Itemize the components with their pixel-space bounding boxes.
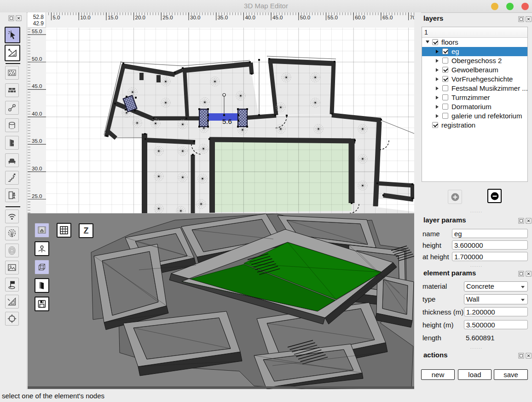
layer-visibility-checkbox[interactable] xyxy=(442,67,448,73)
layer-row-festsaal-musikzimmer-[interactable]: Festsaal Musikzimmer ... xyxy=(422,84,527,93)
layer-visibility-checkbox[interactable] xyxy=(442,104,448,110)
zoom-button[interactable] xyxy=(506,3,514,10)
floorplan-canvas[interactable]: 5.6 xyxy=(46,28,414,213)
chevron-down-icon[interactable] xyxy=(426,41,429,43)
beacon-tool-button[interactable] xyxy=(5,227,19,240)
layer-visibility-checkbox[interactable] xyxy=(442,58,448,64)
float-icon[interactable] xyxy=(518,352,524,358)
wall-brick-tool-button[interactable] xyxy=(5,83,19,97)
thickness-m--field[interactable] xyxy=(464,307,528,316)
layer-visibility-checkbox[interactable] xyxy=(442,48,448,54)
at-height-field[interactable] xyxy=(452,252,528,261)
door-view-button[interactable] xyxy=(35,278,49,293)
minus-icon xyxy=(490,192,499,201)
toolbar-separator xyxy=(6,206,20,207)
close-button[interactable] xyxy=(521,3,529,10)
toolbar-dock-buttons xyxy=(8,15,22,21)
measure-tool-button[interactable] xyxy=(5,45,20,61)
save-view-button[interactable] xyxy=(35,297,49,311)
gizmo-view-button[interactable] xyxy=(35,241,49,256)
float-icon[interactable] xyxy=(518,16,524,22)
svg-text:55.0: 55.0 xyxy=(32,29,42,34)
layer-visibility-checkbox[interactable] xyxy=(442,113,448,119)
exit-person-tool-button[interactable] xyxy=(5,188,19,202)
height-m--field[interactable] xyxy=(464,320,528,329)
view3d-bottom-edge xyxy=(28,386,414,389)
float-icon[interactable] xyxy=(518,217,524,223)
chevron-right-icon[interactable] xyxy=(436,50,439,53)
layer-row-floors[interactable]: floors xyxy=(422,38,527,47)
layer-visibility-checkbox[interactable] xyxy=(442,76,448,82)
tool-palette xyxy=(0,12,27,389)
add-layer-button[interactable] xyxy=(448,190,462,204)
layer-visibility-checkbox[interactable] xyxy=(442,94,448,100)
texture-tool-button[interactable] xyxy=(5,66,19,80)
layer-row-obergeschoss-2[interactable]: Obergeschoss 2 xyxy=(422,56,527,65)
close-icon[interactable] xyxy=(16,15,22,21)
svg-text:45.0: 45.0 xyxy=(32,83,42,89)
save-button[interactable]: save xyxy=(494,369,528,380)
image-tool-button[interactable] xyxy=(5,261,19,274)
new-button[interactable]: new xyxy=(421,369,455,380)
door-tool-button[interactable] xyxy=(5,136,19,150)
remove-layer-button[interactable] xyxy=(487,189,502,203)
grid-view-button[interactable] xyxy=(57,223,71,238)
type-select[interactable]: Wall xyxy=(464,294,528,304)
float-icon[interactable] xyxy=(8,15,14,21)
layer-label: Obergeschoss 2 xyxy=(451,56,502,65)
view3d-canvas[interactable] xyxy=(28,214,414,389)
height-field[interactable] xyxy=(452,240,528,250)
panel-splitter[interactable] xyxy=(414,12,421,389)
cylinder-tool-button[interactable] xyxy=(5,118,19,132)
chevron-right-icon[interactable] xyxy=(436,77,439,81)
furniture-tool-button[interactable] xyxy=(5,153,19,167)
chevron-right-icon[interactable] xyxy=(436,114,439,118)
load-button[interactable]: load xyxy=(458,369,492,380)
wifi-tool-button[interactable] xyxy=(5,210,19,223)
close-icon[interactable] xyxy=(526,16,532,22)
layer-row-dormatorium[interactable]: Dormatorium xyxy=(422,102,527,111)
layer-visibility-checkbox[interactable] xyxy=(442,85,448,91)
chevron-right-icon[interactable] xyxy=(436,96,439,99)
at-height-label: at height xyxy=(422,253,449,261)
plan-view-button[interactable] xyxy=(35,223,49,238)
flag-tool-button[interactable] xyxy=(5,278,19,291)
svg-text:20.0: 20.0 xyxy=(135,15,145,20)
splitter-handle[interactable]: ...... xyxy=(421,263,532,268)
splitter-handle[interactable]: ...... xyxy=(421,345,532,350)
chevron-right-icon[interactable] xyxy=(436,87,439,90)
chevron-right-icon[interactable] xyxy=(436,59,439,63)
layer-row-turmzimmer[interactable]: Turmzimmer xyxy=(422,93,527,102)
material-select[interactable]: Concrete xyxy=(464,281,528,291)
layer-row-registration[interactable]: registration xyxy=(422,121,527,130)
select-tool-button[interactable] xyxy=(5,27,20,43)
svg-text:10.0: 10.0 xyxy=(80,15,90,20)
close-icon[interactable] xyxy=(526,217,532,223)
polyline-tool-button[interactable] xyxy=(5,101,19,115)
fingerprint-tool-button[interactable] xyxy=(5,244,19,257)
set-square-tool-button[interactable] xyxy=(5,295,19,309)
chevron-right-icon[interactable] xyxy=(436,68,439,72)
close-icon[interactable] xyxy=(526,352,532,358)
layer-row-gewoelberaum[interactable]: Gewoelberaum xyxy=(422,65,527,75)
minimize-button[interactable] xyxy=(491,3,498,10)
cube-view-button[interactable] xyxy=(35,260,49,274)
ztexture-view-button[interactable]: Z xyxy=(79,223,93,238)
stairs-tool-icon xyxy=(6,172,17,183)
target-tool-button[interactable] xyxy=(5,312,19,326)
layer-label: Festsaal Musikzimmer ... xyxy=(451,84,528,93)
select-tool-icon xyxy=(7,29,18,41)
close-icon[interactable] xyxy=(526,270,532,276)
layers-tree[interactable]: 1 floorsegObergeschoss 2GewoelberaumVorF… xyxy=(422,27,528,182)
layer-visibility-checkbox[interactable] xyxy=(432,122,438,128)
layer-row-eg[interactable]: eg xyxy=(422,47,527,56)
door-view-icon xyxy=(36,280,47,291)
chevron-right-icon[interactable] xyxy=(436,105,439,109)
name-field[interactable] xyxy=(452,229,528,238)
float-icon[interactable] xyxy=(518,270,524,276)
layer-row-galerie-und-refektorium[interactable]: galerie und refektorium xyxy=(422,111,527,121)
layer-row-vorfruehgeschichte[interactable]: VorFruehgeschichte xyxy=(422,75,527,84)
stairs-tool-button[interactable] xyxy=(5,171,19,185)
layer-visibility-checkbox[interactable] xyxy=(432,39,438,45)
splitter-handle[interactable]: ...... xyxy=(421,209,532,213)
